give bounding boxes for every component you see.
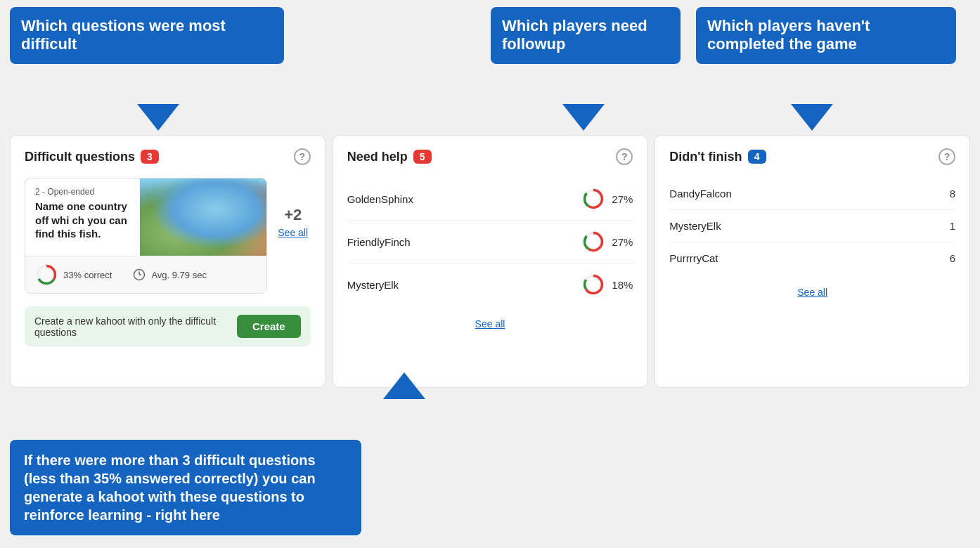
cards-row: Difficult questions 3 ? 2 - Open-ended N… [10,135,970,388]
question-image-inner [140,178,266,256]
correct-stat: 33% correct [35,263,112,286]
player-row: MysteryElk 1 [669,210,955,242]
question-stats: 33% correct Avg. 9.79 sec [25,256,266,293]
player-donut-2 [582,230,605,253]
player-percent: 18% [612,279,633,291]
player-row: GoldenSphinx 27% [347,178,633,221]
player-row: DandyFalcon 8 [669,178,955,210]
card1-title: Difficult questions [25,150,135,164]
tooltip-q1-text: Which questions were most difficult [21,17,226,53]
card1-help-icon[interactable]: ? [294,148,311,165]
card2-title-group: Need help 5 [347,150,432,164]
page-wrapper: Which questions were most difficult Whic… [0,0,980,548]
create-bar-text: Create a new kahoot with only the diffic… [34,315,237,338]
question-title: Name one country off whi ch you can find… [35,200,130,241]
see-all-link-2[interactable]: See all [347,318,633,330]
create-button[interactable]: Create [237,315,301,338]
tooltip-q2-text: Which players need followup [502,17,647,53]
didnt-finish-player-list: DandyFalcon 8 MysteryElk 1 PurrrryCat 6 [669,178,955,274]
question-label: 2 - Open-ended [35,187,130,197]
tooltip-difficult-questions: Which questions were most difficult [10,7,284,64]
player-name: GoldenSphinx [347,193,413,205]
create-bar: Create a new kahoot with only the diffic… [25,306,311,346]
clock-icon [133,268,146,281]
avg-time-stat: Avg. 9.79 sec [133,268,207,281]
card3-title-group: Didn't finish 4 [669,150,766,164]
arrow-up-create [383,372,425,399]
tooltip-q3-text: Which players haven't completed the game [707,17,870,53]
bottom-tooltip-text: If there were more than 3 difficult ques… [24,452,316,523]
player-name: FriendlyFinch [347,236,411,248]
player-percent: 27% [612,236,633,248]
arrow-down-3 [791,104,833,131]
see-all-link-3[interactable]: See all [669,287,955,298]
player-score: 6 [950,252,955,264]
need-help-player-list: GoldenSphinx 27% FriendlyFinch [347,178,633,306]
see-all-center-2: See all [347,318,633,330]
player-name: PurrrryCat [669,252,718,264]
player-score: 1 [950,220,955,232]
card3-badge: 4 [748,150,766,164]
didnt-finish-card: Didn't finish 4 ? DandyFalcon 8 MysteryE… [655,135,970,388]
question-image [140,178,266,256]
card3-title: Didn't finish [669,150,742,164]
player-name: MysteryElk [347,279,399,291]
player-percent: 27% [612,193,633,205]
need-help-card: Need help 5 ? GoldenSphinx 27% [333,135,648,388]
player-score: 8 [950,188,955,200]
card2-help-icon[interactable]: ? [616,148,633,165]
player-donut-3 [582,273,605,296]
player-name: DandyFalcon [669,188,731,200]
avg-time-label: Avg. 9.79 sec [151,270,207,280]
card1-header: Difficult questions 3 ? [25,148,311,165]
plus-count: +2 [276,206,311,224]
arrow-down-2 [562,104,605,131]
arrow-down-1 [137,104,179,131]
difficult-questions-card: Difficult questions 3 ? 2 - Open-ended N… [10,135,325,388]
player-donut-1 [582,188,605,210]
card3-header: Didn't finish 4 ? [669,148,955,165]
player-row: MysteryElk 18% [347,263,633,306]
bottom-tooltip: If there were more than 3 difficult ques… [10,440,361,535]
card1-title-group: Difficult questions 3 [25,150,159,164]
player-right: 27% [582,188,633,210]
player-name: MysteryElk [669,220,721,232]
player-right: 27% [582,230,633,253]
card3-help-icon[interactable]: ? [939,148,955,165]
card2-title: Need help [347,150,408,164]
player-row: FriendlyFinch 27% [347,221,633,263]
correct-donut [35,263,58,286]
plus-more-area: +2 See all [276,185,311,238]
card2-header: Need help 5 ? [347,148,633,165]
question-card-top: 2 - Open-ended Name one country off whi … [25,178,266,256]
player-right: 18% [582,273,633,296]
player-row: PurrrryCat 6 [669,242,955,274]
card2-badge: 5 [413,150,432,164]
see-all-center-3: See all [669,287,955,298]
see-all-link-1[interactable]: See all [276,227,311,238]
question-text-area: 2 - Open-ended Name one country off whi … [25,178,140,256]
correct-label: 33% correct [63,270,112,280]
question-card: 2 - Open-ended Name one country off whi … [25,178,267,294]
tooltip-players-not-completed: Which players haven't completed the game [696,7,956,64]
tooltip-players-followup: Which players need followup [491,7,681,64]
card1-badge: 3 [141,150,159,164]
